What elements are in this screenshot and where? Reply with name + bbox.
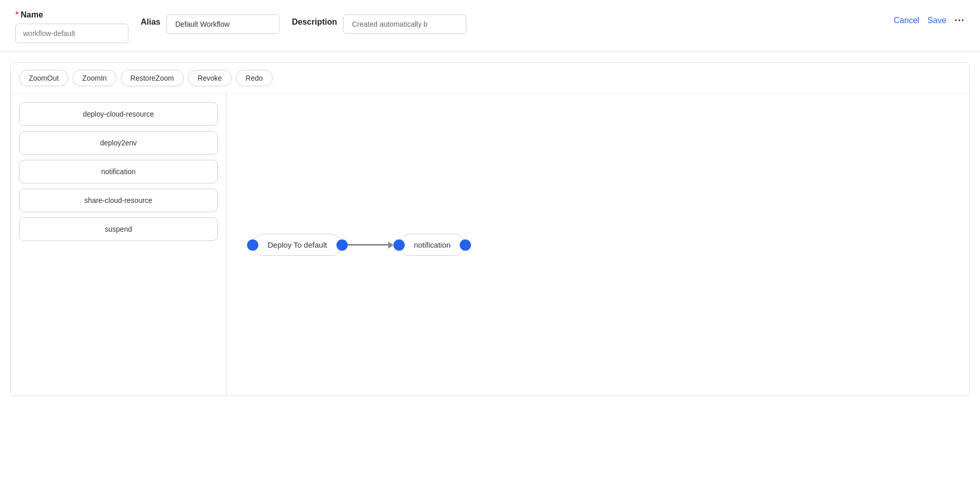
workflow-node-2[interactable]: notification xyxy=(393,234,472,256)
node-input-port-1[interactable] xyxy=(247,239,258,251)
canvas-body: deploy-cloud-resource deploy2env notific… xyxy=(11,94,969,396)
node-label-2: notification xyxy=(399,234,466,256)
connector-1 xyxy=(348,241,393,249)
zoom-in-button[interactable]: ZoomIn xyxy=(72,70,116,86)
connector-line xyxy=(348,244,389,246)
more-options-button[interactable]: ··· xyxy=(954,14,965,26)
node-input-port-2[interactable] xyxy=(393,239,405,251)
redo-button[interactable]: Redo xyxy=(236,70,272,86)
canvas-container: ZoomOut ZoomIn RestoreZoom Revoke Redo d… xyxy=(10,62,970,396)
workflow-node-1[interactable]: Deploy To default xyxy=(247,234,348,256)
connector-arrow xyxy=(388,241,393,249)
alias-label: Alias xyxy=(141,12,160,27)
name-label: *Name xyxy=(15,10,128,20)
page-container: *Name Alias Description Cancel Save ··· … xyxy=(0,0,980,485)
node-output-port-1[interactable] xyxy=(336,239,348,251)
cancel-button[interactable]: Cancel xyxy=(894,16,919,25)
list-item[interactable]: deploy2env xyxy=(19,131,218,155)
name-input[interactable] xyxy=(15,24,128,43)
alias-input[interactable] xyxy=(166,14,279,34)
node-label-1: Deploy To default xyxy=(253,234,342,256)
main-area: ZoomOut ZoomIn RestoreZoom Revoke Redo d… xyxy=(0,52,980,412)
alias-section: Alias xyxy=(141,10,279,34)
description-section: Description xyxy=(292,10,466,34)
list-item[interactable]: notification xyxy=(19,160,218,183)
list-item[interactable]: share-cloud-resource xyxy=(19,189,218,212)
header-actions: Cancel Save ··· xyxy=(894,10,965,26)
list-item[interactable]: deploy-cloud-resource xyxy=(19,102,218,126)
revoke-button[interactable]: Revoke xyxy=(188,70,232,86)
workflow-canvas[interactable]: Deploy To default notification xyxy=(227,94,969,396)
description-label: Description xyxy=(292,12,337,27)
toolbar: ZoomOut ZoomIn RestoreZoom Revoke Redo xyxy=(11,63,969,94)
workflow-nodes: Deploy To default notification xyxy=(247,234,471,256)
required-star: * xyxy=(15,10,18,19)
description-input[interactable] xyxy=(343,14,466,34)
save-button[interactable]: Save xyxy=(928,16,946,25)
restore-zoom-button[interactable]: RestoreZoom xyxy=(121,70,184,86)
node-list-panel: deploy-cloud-resource deploy2env notific… xyxy=(11,94,227,396)
name-section: *Name xyxy=(15,10,128,43)
list-item[interactable]: suspend xyxy=(19,217,218,241)
zoom-out-button[interactable]: ZoomOut xyxy=(19,70,68,86)
header: *Name Alias Description Cancel Save ··· xyxy=(0,0,980,52)
node-output-port-2[interactable] xyxy=(460,239,471,251)
